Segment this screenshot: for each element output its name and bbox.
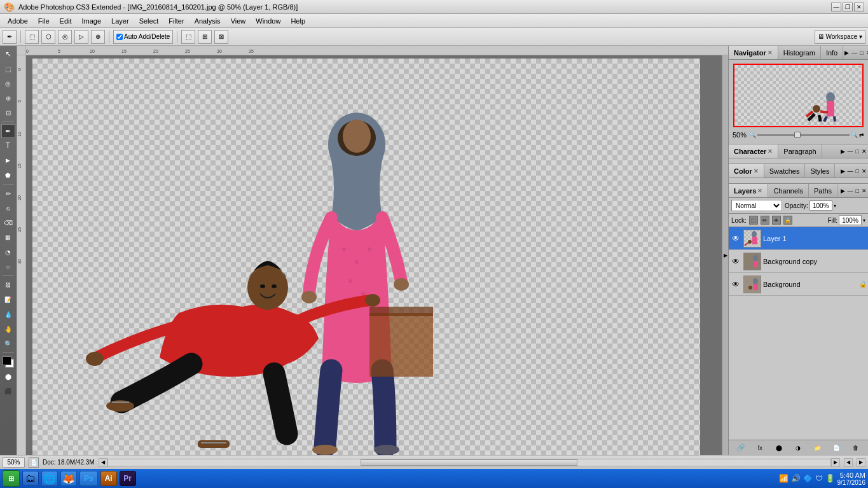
nav-panel-options[interactable]: ▶ — [843, 48, 850, 57]
menu-layer[interactable]: Layer — [106, 16, 134, 26]
char-panel-options[interactable]: ▶ — [839, 147, 846, 156]
layer-1-visibility[interactable]: 👁 — [730, 233, 741, 244]
nav-zoom-slider[interactable] — [757, 134, 850, 136]
nav-panel-maximize[interactable]: □ — [858, 48, 864, 57]
tab-swatches[interactable]: Swatches — [764, 164, 806, 178]
nav-panel-minimize[interactable]: — — [850, 48, 858, 57]
extra-opt-1[interactable]: ⬚ — [181, 30, 195, 44]
zoom-tool[interactable]: 🔍 — [1, 337, 15, 351]
eraser-tool[interactable]: ⌫ — [1, 216, 15, 230]
layer-item-1[interactable]: 👁 Layer 1 — [729, 227, 868, 250]
delete-layer-btn[interactable]: 🗑 — [850, 442, 862, 454]
menu-edit[interactable]: Edit — [55, 16, 77, 26]
nav-tab-close[interactable]: ✕ — [768, 50, 773, 56]
fill-arrow[interactable]: ▾ — [863, 218, 865, 223]
taskbar-premiere[interactable]: Pr — [120, 471, 136, 486]
layers-tab-close[interactable]: ✕ — [757, 188, 762, 194]
menu-file[interactable]: File — [33, 16, 55, 26]
color-panel-close[interactable]: ✕ — [860, 167, 868, 176]
minimize-button[interactable]: — — [831, 3, 841, 11]
taskbar-explorer[interactable]: 🗂 — [22, 471, 39, 486]
screen-mode-toggle[interactable]: ⬛ — [1, 384, 15, 398]
quick-select-tool[interactable]: ⊛ — [1, 91, 15, 105]
color-panel-max[interactable]: □ — [855, 167, 860, 176]
new-group-btn[interactable]: 📁 — [812, 442, 823, 454]
tab-color[interactable]: Color ✕ — [729, 164, 764, 178]
clock-area[interactable]: 5:40 AM 9/17/2016 — [837, 471, 866, 486]
canvas-content[interactable]: ▶ — [26, 55, 728, 455]
char-panel-max[interactable]: □ — [855, 147, 860, 156]
layer-style-btn[interactable]: fx — [754, 442, 766, 454]
scroll-left-btn[interactable]: ◀ — [99, 458, 107, 467]
nav-zoom-thumb[interactable] — [794, 132, 801, 138]
marquee-tool[interactable]: ⬚ — [1, 62, 15, 76]
shape-tool[interactable]: ⬟ — [1, 168, 15, 182]
char-panel-min[interactable]: — — [846, 147, 855, 156]
tab-layers[interactable]: Layers ✕ — [729, 184, 768, 197]
layer-mask-btn[interactable]: ⬤ — [773, 442, 785, 454]
tab-channels[interactable]: Channels — [768, 184, 808, 197]
menu-window[interactable]: Window — [251, 16, 286, 26]
zoom-plus-icon[interactable]: 🔍 — [851, 132, 858, 138]
lock-all-btn[interactable]: 🔒 — [783, 216, 792, 225]
color-panel-min[interactable]: — — [846, 167, 855, 176]
close-button[interactable]: ✕ — [854, 3, 864, 11]
lasso-tool[interactable]: ◎ — [1, 76, 15, 90]
pen-tool-btn[interactable]: ✒ — [3, 30, 17, 44]
quick-mask-toggle[interactable]: ⬤ — [1, 370, 15, 384]
char-tab-close[interactable]: ✕ — [768, 148, 773, 155]
zoom-arrows[interactable]: ⇄ — [859, 132, 864, 138]
fill-input[interactable] — [839, 215, 862, 225]
path-pen-tool[interactable]: ⛓ — [1, 278, 15, 292]
tab-character[interactable]: Character ✕ — [729, 144, 778, 158]
clone-stamp-tool[interactable]: ⎋ — [1, 201, 15, 215]
eyedropper-tool[interactable]: 💧 — [1, 307, 15, 321]
menu-image[interactable]: Image — [77, 16, 107, 26]
path-option-4[interactable]: ▷ — [74, 30, 88, 44]
tab-paths[interactable]: Paths — [809, 184, 837, 197]
notes-tool[interactable]: 📝 — [1, 293, 15, 307]
pen-tool[interactable]: ✒ — [1, 124, 15, 138]
scroll-to-end-btn[interactable]: ▶ — [857, 458, 865, 467]
blend-mode-select[interactable]: Normal — [731, 200, 782, 211]
layers-panel-min[interactable]: — — [846, 186, 855, 195]
opacity-input[interactable] — [809, 200, 832, 211]
scrollbar-thumb[interactable] — [361, 459, 577, 466]
tab-navigator[interactable]: Navigator ✕ — [729, 46, 778, 59]
statusbar-zoom-input[interactable] — [3, 457, 25, 468]
type-tool[interactable]: T — [1, 139, 15, 153]
taskbar-illustrator[interactable]: Ai — [100, 471, 117, 486]
taskbar-photoshop[interactable]: Ps — [79, 471, 98, 486]
menu-view[interactable]: View — [226, 16, 251, 26]
layers-panel-close[interactable]: ✕ — [860, 186, 868, 195]
extra-opt-3[interactable]: ⊠ — [214, 30, 228, 44]
lock-position-btn[interactable]: ✛ — [772, 216, 781, 225]
scrollbar-track[interactable] — [107, 459, 831, 466]
lock-paint-btn[interactable]: ✏ — [761, 216, 769, 225]
char-panel-close[interactable]: ✕ — [860, 147, 868, 156]
scroll-right-btn[interactable]: ▶ — [831, 458, 840, 467]
layer-bgcopy-visibility[interactable]: 👁 — [730, 256, 741, 267]
auto-add-delete-btn[interactable]: Auto Add/Delete — [113, 30, 173, 44]
taskbar-firefox[interactable]: 🦊 — [60, 471, 77, 486]
path-select-tool[interactable]: ▶ — [1, 153, 15, 167]
color-panel-options[interactable]: ▶ — [839, 167, 846, 176]
lock-transparent-btn[interactable]: ⬚ — [749, 216, 758, 225]
brush-tool[interactable]: ✏ — [1, 186, 15, 200]
foreground-background-color[interactable] — [1, 355, 15, 369]
crop-tool[interactable]: ⊡ — [1, 106, 15, 120]
tab-histogram[interactable]: Histogram — [778, 46, 821, 59]
blur-tool[interactable]: ◔ — [1, 245, 15, 259]
extra-opt-2[interactable]: ⊞ — [198, 30, 212, 44]
path-option-1[interactable]: ⬚ — [25, 30, 39, 44]
taskbar-chrome[interactable]: 🌐 — [41, 471, 58, 486]
layer-adjustment-btn[interactable]: ◑ — [792, 442, 804, 454]
menu-help[interactable]: Help — [286, 16, 310, 26]
color-tab-close[interactable]: ✕ — [754, 168, 759, 174]
panel-collapse-handle[interactable]: ▶ — [722, 55, 728, 455]
new-layer-btn[interactable]: 📄 — [831, 442, 843, 454]
path-option-2[interactable]: ⬡ — [41, 30, 55, 44]
tab-info[interactable]: Info — [821, 46, 843, 59]
move-tool[interactable]: ↖ — [1, 47, 15, 61]
layers-panel-max[interactable]: □ — [855, 186, 860, 195]
